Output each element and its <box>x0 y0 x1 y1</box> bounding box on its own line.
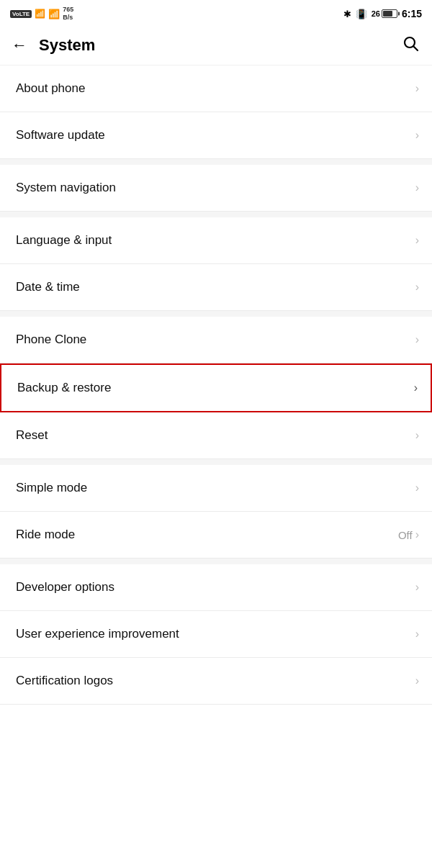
status-right: ✱ 📳 26 6:15 <box>343 8 422 19</box>
chevron-right-icon: › <box>415 234 419 247</box>
menu-item-date-time[interactable]: Date & time › <box>0 264 432 311</box>
menu-item-right: › <box>415 333 419 346</box>
signal-bars-icon: 📶 <box>35 9 45 19</box>
battery-fill <box>383 11 392 17</box>
clock: 6:15 <box>402 8 422 19</box>
chevron-right-icon: › <box>415 628 419 641</box>
menu-item-language-input[interactable]: Language & input › <box>0 217 432 264</box>
menu-item-right: › <box>415 129 419 142</box>
menu-item-right: › <box>415 482 419 494</box>
header-left: ← System <box>12 36 95 55</box>
status-bar: VoLTE 📶 📶 765 B/s ✱ 📳 26 6:15 <box>0 0 432 26</box>
chevron-right-icon: › <box>415 674 419 687</box>
divider <box>0 459 432 465</box>
divider <box>0 212 432 217</box>
menu-item-label: Developer options <box>16 580 114 595</box>
back-button[interactable]: ← <box>12 36 27 55</box>
menu-item-user-experience[interactable]: User experience improvement › <box>0 611 432 658</box>
svg-line-1 <box>414 47 418 51</box>
menu-group-3: Language & input › Date & time › <box>0 217 432 311</box>
chevron-right-icon: › <box>415 429 419 442</box>
bluetooth-icon: ✱ <box>343 9 351 19</box>
battery-level: 26 <box>372 9 380 18</box>
menu-item-certification-logos[interactable]: Certification logos › <box>0 658 432 705</box>
chevron-right-icon: › <box>415 482 419 494</box>
chevron-right-icon: › <box>415 281 419 294</box>
chevron-right-icon: › <box>415 181 419 194</box>
search-icon <box>402 35 419 52</box>
network-speed: 765 B/s <box>63 6 73 22</box>
menu-item-right: › <box>415 429 419 442</box>
menu-item-right: › <box>415 181 419 194</box>
chevron-right-icon: › <box>415 82 419 95</box>
menu-group-5: Simple mode › Ride mode Off › <box>0 465 432 559</box>
battery-icon <box>382 9 397 18</box>
menu-item-reset[interactable]: Reset › <box>0 412 432 459</box>
chevron-right-icon: › <box>414 381 418 394</box>
menu-group-1: About phone › Software update › <box>0 65 432 159</box>
menu-group-6: Developer options › User experience impr… <box>0 564 432 705</box>
menu-item-ride-mode[interactable]: Ride mode Off › <box>0 512 432 559</box>
wifi-icon: 📶 <box>48 9 60 19</box>
menu-item-developer-options[interactable]: Developer options › <box>0 564 432 611</box>
menu-item-label: Language & input <box>16 233 112 248</box>
battery-container: 26 <box>372 9 397 18</box>
menu-list: About phone › Software update › System n… <box>0 65 432 705</box>
menu-item-right: › <box>415 674 419 687</box>
menu-item-system-navigation[interactable]: System navigation › <box>0 165 432 212</box>
menu-item-right: › <box>415 628 419 641</box>
search-button[interactable] <box>402 35 419 56</box>
menu-item-about-phone[interactable]: About phone › <box>0 65 432 112</box>
menu-item-right: › <box>415 281 419 294</box>
divider <box>0 159 432 165</box>
menu-item-phone-clone[interactable]: Phone Clone › <box>0 317 432 363</box>
menu-item-label: Ride mode <box>16 528 75 542</box>
ride-mode-value: Off <box>398 529 413 541</box>
volte-indicator: VoLTE <box>10 10 32 18</box>
menu-group-4: Phone Clone › Backup & restore › Reset › <box>0 317 432 459</box>
menu-group-2: System navigation › <box>0 165 432 212</box>
chevron-right-icon: › <box>415 129 419 142</box>
page-title: System <box>39 36 95 55</box>
menu-item-label: User experience improvement <box>16 627 179 641</box>
page-header: ← System <box>0 26 432 65</box>
menu-item-label: Backup & restore <box>17 381 111 395</box>
chevron-right-icon: › <box>415 333 419 346</box>
menu-item-simple-mode[interactable]: Simple mode › <box>0 465 432 512</box>
menu-item-right: › <box>415 82 419 95</box>
divider <box>0 311 432 317</box>
menu-item-label: Certification logos <box>16 674 113 688</box>
menu-item-label: About phone <box>16 81 85 96</box>
menu-item-label: Reset <box>16 428 48 443</box>
divider <box>0 559 432 564</box>
menu-item-label: Date & time <box>16 280 80 294</box>
menu-item-label: System navigation <box>16 181 116 195</box>
menu-item-label: Simple mode <box>16 481 87 495</box>
menu-item-backup-restore[interactable]: Backup & restore › <box>0 363 432 412</box>
menu-item-right: Off › <box>398 528 419 541</box>
menu-item-software-update[interactable]: Software update › <box>0 112 432 159</box>
chevron-right-icon: › <box>415 581 419 594</box>
menu-item-label: Phone Clone <box>16 333 86 347</box>
chevron-right-icon: › <box>415 528 419 541</box>
vibrate-icon: 📳 <box>356 9 367 19</box>
menu-item-label: Software update <box>16 128 105 143</box>
menu-item-right: › <box>415 234 419 247</box>
menu-item-right: › <box>414 381 418 394</box>
menu-item-right: › <box>415 581 419 594</box>
status-left: VoLTE 📶 📶 765 B/s <box>10 6 73 22</box>
